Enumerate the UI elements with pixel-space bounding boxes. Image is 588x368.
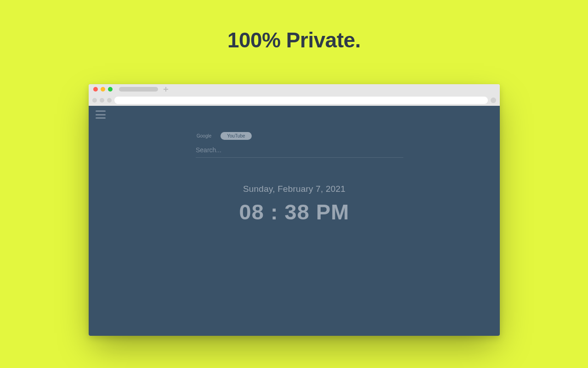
search-input[interactable]	[196, 144, 403, 158]
nav-reload-icon[interactable]	[107, 98, 112, 103]
browser-window: Google YouTube Sunday, February 7, 2021 …	[89, 84, 500, 336]
search-engine-selector: Google YouTube	[197, 132, 252, 140]
nav-forward-icon[interactable]	[100, 98, 104, 103]
page-headline: 100% Private.	[0, 0, 588, 52]
engine-option-youtube[interactable]: YouTube	[220, 132, 251, 140]
browser-toolbar	[89, 94, 500, 106]
window-controls	[93, 87, 113, 92]
minimize-icon[interactable]	[101, 87, 105, 92]
window-titlebar	[89, 84, 500, 94]
browser-tab[interactable]	[119, 87, 158, 92]
date-display: Sunday, February 7, 2021	[89, 184, 500, 194]
browser-menu-icon[interactable]	[491, 98, 496, 103]
address-bar[interactable]	[114, 97, 488, 104]
new-tab-icon[interactable]	[164, 87, 168, 92]
hamburger-icon[interactable]	[96, 110, 106, 119]
close-icon[interactable]	[93, 87, 98, 92]
search-field-wrap	[196, 144, 403, 158]
time-display: 08 : 38 PM	[89, 199, 500, 224]
page-viewport: Google YouTube Sunday, February 7, 2021 …	[89, 106, 500, 336]
maximize-icon[interactable]	[108, 87, 113, 92]
nav-back-icon[interactable]	[92, 98, 97, 103]
engine-option-google[interactable]: Google	[197, 133, 211, 138]
